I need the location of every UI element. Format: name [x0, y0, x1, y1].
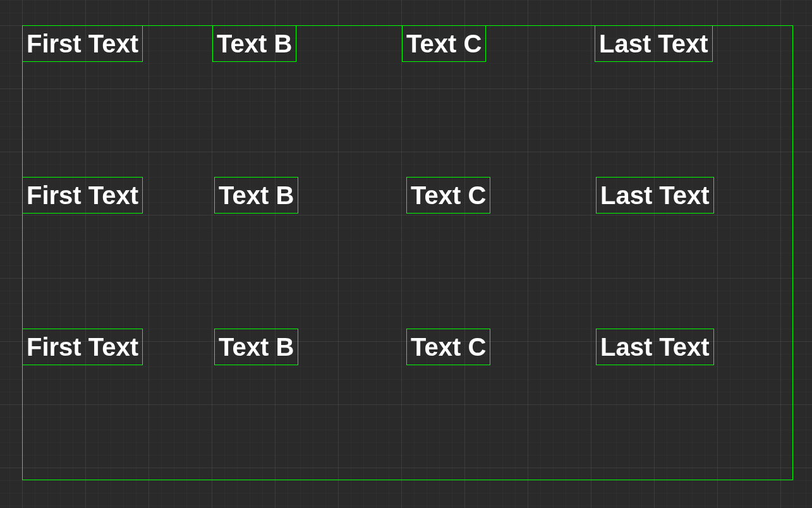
layout-row: First Text Text B Text C Last Text [23, 329, 792, 367]
text-label-last: Last Text [596, 329, 714, 365]
text-label-c: Text C [406, 329, 490, 365]
text-label-first: First Text [22, 25, 143, 62]
text-label-b: Text B [212, 25, 296, 62]
text-label-b: Text B [214, 177, 298, 214]
layout-row: First Text Text B Text C Last Text [23, 26, 792, 64]
layout-row: First Text Text B Text C Last Text [23, 178, 792, 215]
layout-container: First Text Text B Text C Last Text First… [22, 25, 793, 480]
text-label-c: Text C [402, 25, 486, 62]
text-label-b: Text B [214, 329, 298, 365]
text-label-c: Text C [406, 177, 490, 214]
text-label-last: Last Text [595, 25, 713, 62]
text-label-last: Last Text [596, 177, 714, 214]
text-label-first: First Text [22, 177, 143, 214]
text-label-first: First Text [22, 329, 143, 365]
